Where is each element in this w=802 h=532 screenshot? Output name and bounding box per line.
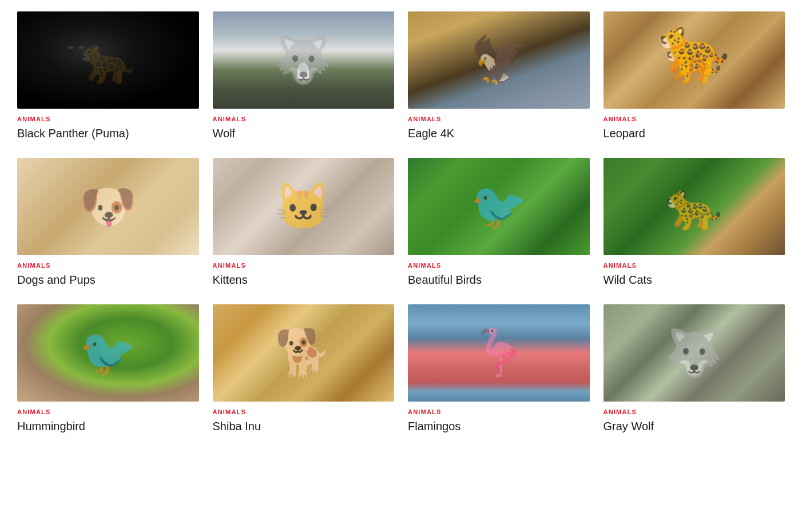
card-image-black-panther: 🐆 (17, 11, 199, 109)
card-category-flamingos: ANIMALS (408, 408, 590, 415)
card-category-hummingbird: ANIMALS (17, 408, 199, 415)
card-image-beautiful-birds: 🐦 (408, 158, 590, 255)
card-dogs-pups[interactable]: 🐶ANIMALSDogs and Pups (17, 158, 199, 287)
card-category-black-panther: ANIMALS (17, 116, 199, 122)
card-title-shiba-inu: Shiba Inu (213, 419, 395, 434)
card-title-hummingbird: Hummingbird (17, 419, 199, 434)
card-image-eagle: 🦅 (408, 11, 590, 109)
card-title-kittens: Kittens (213, 272, 395, 287)
animals-grid: 🐆ANIMALSBlack Panther (Puma)🐺ANIMALSWolf… (17, 11, 785, 434)
card-image-dogs-pups: 🐶 (17, 158, 199, 255)
card-category-wolf: ANIMALS (213, 116, 395, 122)
card-category-eagle: ANIMALS (408, 116, 590, 122)
card-eagle[interactable]: 🦅ANIMALSEagle 4K (408, 11, 590, 141)
card-image-kittens: 🐱 (213, 158, 395, 255)
card-title-flamingos: Flamingos (408, 419, 590, 434)
card-image-leopard: 🐆 (604, 11, 785, 109)
card-black-panther[interactable]: 🐆ANIMALSBlack Panther (Puma) (17, 11, 199, 141)
card-image-gray-wolf: 🐺 (604, 304, 785, 402)
card-title-beautiful-birds: Beautiful Birds (408, 272, 590, 287)
card-title-wolf: Wolf (213, 126, 395, 141)
card-kittens[interactable]: 🐱ANIMALSKittens (213, 158, 395, 287)
card-beautiful-birds[interactable]: 🐦ANIMALSBeautiful Birds (408, 158, 590, 287)
card-gray-wolf[interactable]: 🐺ANIMALSGray Wolf (604, 304, 785, 434)
card-flamingos[interactable]: 🦩ANIMALSFlamingos (408, 304, 590, 434)
card-image-hummingbird: 🐦 (17, 304, 199, 402)
card-leopard[interactable]: 🐆ANIMALSLeopard (604, 11, 785, 141)
card-title-dogs-pups: Dogs and Pups (17, 272, 199, 287)
card-category-wild-cats: ANIMALS (604, 262, 785, 269)
card-image-wild-cats: 🐆 (604, 158, 785, 255)
card-title-gray-wolf: Gray Wolf (604, 419, 785, 434)
card-image-flamingos: 🦩 (408, 304, 590, 402)
card-title-wild-cats: Wild Cats (604, 272, 785, 287)
card-category-dogs-pups: ANIMALS (17, 262, 199, 269)
card-category-kittens: ANIMALS (213, 262, 395, 269)
card-wolf[interactable]: 🐺ANIMALSWolf (213, 11, 395, 141)
card-hummingbird[interactable]: 🐦ANIMALSHummingbird (17, 304, 199, 434)
card-title-eagle: Eagle 4K (408, 126, 590, 141)
card-category-gray-wolf: ANIMALS (604, 408, 785, 415)
card-category-leopard: ANIMALS (604, 116, 785, 122)
card-image-shiba-inu: 🐕 (213, 304, 395, 402)
card-shiba-inu[interactable]: 🐕ANIMALSShiba Inu (213, 304, 395, 434)
card-image-wolf: 🐺 (213, 11, 395, 109)
card-title-leopard: Leopard (604, 126, 785, 141)
card-wild-cats[interactable]: 🐆ANIMALSWild Cats (604, 158, 785, 287)
card-category-shiba-inu: ANIMALS (213, 408, 395, 415)
card-category-beautiful-birds: ANIMALS (408, 262, 590, 269)
card-title-black-panther: Black Panther (Puma) (17, 126, 199, 141)
